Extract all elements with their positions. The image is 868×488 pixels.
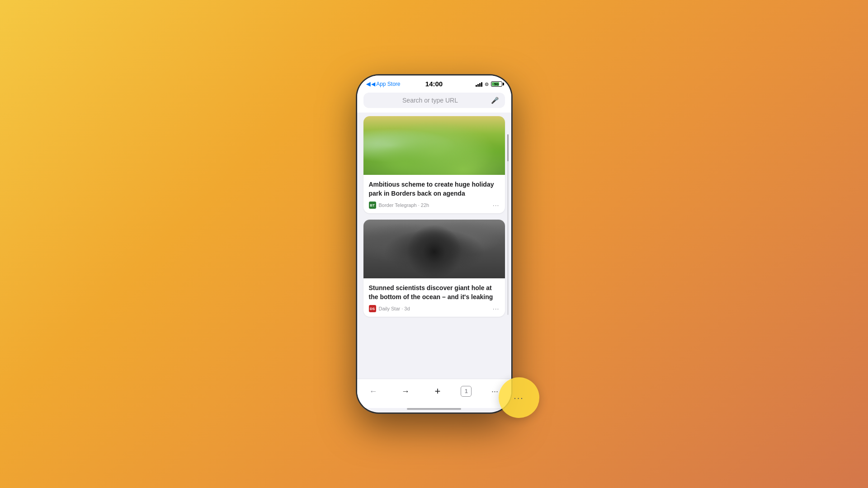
app-store-back-label[interactable]: ◀ App Store: [371, 81, 401, 87]
forward-icon: →: [401, 387, 410, 396]
signal-bar-3: [479, 83, 481, 87]
battery-icon: 5G: [491, 81, 502, 87]
news-card[interactable]: Ambitious scheme to create huge holiday …: [363, 116, 505, 213]
back-button[interactable]: ←: [364, 384, 382, 399]
status-time: 14:00: [425, 80, 443, 88]
tab-count: 1: [465, 388, 468, 394]
forward-button[interactable]: →: [396, 384, 415, 399]
news-title-1: Ambitious scheme to create huge holiday …: [369, 180, 500, 198]
card-more-btn-2[interactable]: ···: [493, 305, 500, 312]
field-image: [363, 116, 505, 175]
more-dots-icon: ···: [491, 387, 498, 396]
add-icon: +: [435, 385, 441, 397]
search-placeholder: Search or type URL: [370, 97, 491, 104]
card-more-btn-1[interactable]: ···: [493, 202, 500, 209]
news-card-2[interactable]: Stunned scientists discover giant hole a…: [363, 220, 505, 317]
news-image-ocean: [363, 220, 505, 278]
tab-count-button[interactable]: 1: [461, 386, 472, 397]
source-initials-2: DS: [370, 307, 375, 311]
source-name-1: Border Telegraph · 22h: [379, 202, 429, 208]
source-initials-1: BT: [370, 203, 375, 207]
wifi-icon: ⊜: [485, 81, 489, 87]
news-body-2: Stunned scientists discover giant hole a…: [363, 278, 505, 317]
back-arrow-icon: ◀: [366, 81, 370, 87]
source-icon-1: BT: [369, 202, 376, 209]
news-feed[interactable]: Ambitious scheme to create huge holiday …: [357, 113, 511, 379]
signal-bar-4: [481, 82, 482, 87]
signal-bar-2: [477, 84, 479, 87]
news-meta-1: BT Border Telegraph · 22h ···: [369, 202, 500, 209]
news-body-1: Ambitious scheme to create huge holiday …: [363, 175, 505, 213]
status-bar-left: ◀ ◀ App Store: [366, 81, 401, 87]
phone-frame: ◀ ◀ App Store 14:00 ⊜: [356, 75, 512, 413]
mic-icon[interactable]: 🎤: [491, 97, 499, 104]
status-bar: ◀ ◀ App Store 14:00 ⊜: [357, 75, 511, 90]
bottom-toolbar: ← → + 1 ···: [357, 379, 511, 408]
source-name-2: Daily Star · 3d: [379, 306, 410, 311]
more-circle-dots[interactable]: ···: [514, 393, 524, 403]
back-icon: ←: [369, 387, 377, 396]
search-bar[interactable]: Search or type URL 🎤: [363, 93, 505, 108]
ocean-image: [363, 220, 505, 278]
news-source-1: BT Border Telegraph · 22h: [369, 202, 429, 209]
home-indicator: [407, 408, 461, 410]
add-tab-button[interactable]: +: [429, 384, 447, 399]
news-image-field: [363, 116, 505, 175]
phone-screen: ◀ ◀ App Store 14:00 ⊜: [357, 75, 511, 413]
more-button-highlight: ···: [499, 377, 539, 418]
news-source-2: DS Daily Star · 3d: [369, 305, 410, 312]
news-title-2: Stunned scientists discover giant hole a…: [369, 284, 500, 301]
phone-mockup: ◀ ◀ App Store 14:00 ⊜: [356, 75, 512, 413]
signal-bar-1: [476, 85, 477, 87]
signal-icon: [476, 82, 482, 87]
scroll-thumb: [507, 134, 509, 161]
search-bar-container: Search or type URL 🎤: [357, 90, 511, 113]
battery-label: 5G: [494, 83, 498, 86]
news-meta-2: DS Daily Star · 3d ···: [369, 305, 500, 312]
scroll-track: [507, 134, 509, 315]
source-icon-2: DS: [369, 305, 376, 312]
status-bar-right: ⊜ 5G: [476, 81, 502, 87]
